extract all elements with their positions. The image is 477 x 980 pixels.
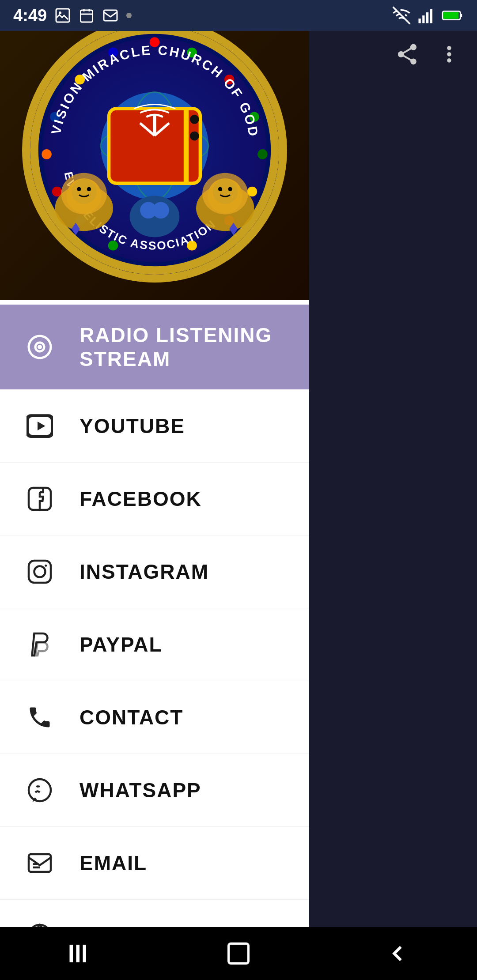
- svg-rect-28: [184, 109, 189, 183]
- svg-point-40: [228, 187, 232, 191]
- email-icon: [22, 845, 57, 881]
- paypal-icon: [22, 627, 57, 662]
- whatsapp-icon: [22, 773, 57, 808]
- share-icon[interactable]: [395, 42, 420, 67]
- nav-home-button[interactable]: [212, 936, 265, 971]
- instagram-label: INSTAGRAM: [80, 560, 209, 584]
- svg-point-32: [72, 179, 96, 204]
- facebook-label: FACEBOOK: [80, 487, 202, 511]
- paypal-label: PAYPAL: [80, 633, 163, 656]
- menu-item-whatsapp[interactable]: WHATSAPP: [0, 754, 309, 827]
- menu-item-email[interactable]: EMAIL: [0, 827, 309, 900]
- svg-rect-76: [83, 945, 87, 962]
- status-time: 4:49: [13, 6, 132, 25]
- nav-menu-button[interactable]: [53, 936, 106, 971]
- menu-section: RADIO LISTENING STREAM YOUTUBE: [0, 300, 309, 980]
- menu-item-paypal[interactable]: PAYPAL: [0, 608, 309, 681]
- signal-status-icon: [417, 6, 435, 25]
- svg-rect-63: [81, 10, 93, 22]
- status-bar: 4:49: [0, 0, 477, 31]
- instagram-icon: [22, 554, 57, 589]
- svg-rect-26: [190, 115, 199, 124]
- svg-point-52: [34, 566, 45, 577]
- svg-point-39: [218, 187, 222, 191]
- menu-item-instagram[interactable]: INSTAGRAM: [0, 535, 309, 608]
- phone-icon: [22, 700, 57, 735]
- svg-rect-67: [104, 10, 117, 21]
- wifi-status-icon: [392, 6, 411, 25]
- contact-label: CONTACT: [80, 705, 183, 729]
- nav-back-button[interactable]: [371, 936, 424, 971]
- svg-marker-49: [38, 422, 45, 430]
- status-icons: [392, 6, 464, 25]
- menu-item-contact[interactable]: CONTACT: [0, 681, 309, 754]
- svg-point-43: [152, 202, 169, 219]
- email-status-icon: [102, 8, 118, 23]
- facebook-icon: [22, 481, 57, 516]
- svg-point-54: [29, 779, 51, 801]
- svg-point-9: [42, 149, 52, 159]
- svg-rect-68: [419, 19, 421, 23]
- youtube-icon: [22, 408, 57, 444]
- menu-item-facebook[interactable]: FACEBOOK: [0, 463, 309, 535]
- whatsapp-label: WHATSAPP: [80, 778, 201, 802]
- svg-point-34: [87, 187, 91, 191]
- svg-point-53: [45, 565, 47, 567]
- radio-icon: [22, 329, 57, 365]
- gallery-status-icon: [55, 8, 71, 23]
- time-display: 4:49: [13, 6, 47, 25]
- svg-rect-55: [29, 854, 51, 872]
- svg-point-41: [130, 196, 180, 237]
- left-panel: VISION MIRACLE CHURCH OF GOD EVANGELISTI…: [0, 0, 309, 980]
- svg-point-33: [77, 187, 81, 191]
- menu-item-youtube[interactable]: YOUTUBE: [0, 390, 309, 463]
- svg-rect-70: [426, 12, 428, 23]
- battery-status-icon: [442, 8, 464, 23]
- svg-rect-27: [190, 132, 199, 141]
- radio-label: RADIO LISTENING STREAM: [80, 323, 287, 371]
- svg-rect-69: [422, 15, 424, 23]
- svg-point-38: [213, 179, 238, 204]
- svg-rect-77: [229, 944, 249, 964]
- bottom-nav-bar: [0, 927, 477, 980]
- svg-rect-75: [76, 945, 80, 962]
- svg-point-10: [257, 149, 268, 159]
- svg-rect-71: [430, 9, 432, 23]
- calendar-status-icon: [79, 8, 95, 23]
- svg-point-46: [38, 345, 42, 349]
- youtube-label: YOUTUBE: [80, 414, 185, 438]
- more-options-icon[interactable]: [437, 42, 462, 67]
- svg-rect-51: [29, 561, 51, 583]
- church-logo: VISION MIRACLE CHURCH OF GOD EVANGELISTI…: [22, 18, 287, 283]
- email-label: EMAIL: [80, 851, 147, 875]
- logo-area: VISION MIRACLE CHURCH OF GOD EVANGELISTI…: [0, 0, 309, 300]
- svg-rect-73: [443, 12, 459, 19]
- svg-rect-74: [70, 945, 73, 962]
- svg-point-62: [59, 11, 61, 14]
- menu-item-radio[interactable]: RADIO LISTENING STREAM: [0, 305, 309, 390]
